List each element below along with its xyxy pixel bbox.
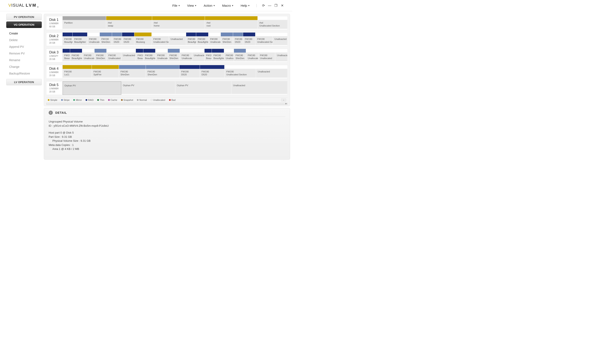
disk-segment[interactable]: Unalloacted <box>256 65 288 79</box>
disk-segment[interactable]: FW190D520 <box>233 32 243 46</box>
sidebar-item-backup-restore[interactable]: Backup/Restore <box>6 70 42 77</box>
legend-item-mirror: Mirror <box>73 99 82 101</box>
disk-segment[interactable]: rhelroot <box>205 16 258 30</box>
window-controls: ⟳ — ❐ ✕ <box>256 4 284 7</box>
segment-color-band <box>243 32 255 36</box>
disk-segment[interactable]: Partition <box>63 16 106 30</box>
segment-color-band <box>200 65 225 69</box>
segment-color-band <box>63 32 72 36</box>
segment-color-band <box>122 32 134 36</box>
disk-segment[interactable]: FW190ShinDen <box>95 49 107 62</box>
disk-segment[interactable]: FW190Beaufighter <box>204 49 212 62</box>
disk-segment[interactable]: FW190ShenDen <box>146 65 180 79</box>
disk-segment[interactable]: Unalloacted <box>231 81 288 95</box>
disk-segment[interactable]: Orphan PV <box>63 81 121 95</box>
disk-segment[interactable]: Unalloacted <box>169 32 186 46</box>
disk-label[interactable]: Disk 2LVM/MBR20 GB <box>46 32 63 46</box>
top-bar: VISUALLVM® File▼View▼Action▼Macro▼Help▼ … <box>0 0 292 11</box>
sidebar-item-change[interactable]: Change <box>6 63 42 70</box>
disk-segment[interactable]: FW190ShinDen <box>119 65 146 79</box>
disk-segment[interactable]: Unalloacted <box>121 49 136 62</box>
disk-segment[interactable]: FW190Unallocated <box>87 32 100 46</box>
disk-segment[interactable]: FW190Beaufighter <box>196 32 209 46</box>
disk-segment[interactable]: FW190Beaufighter <box>212 49 224 62</box>
disk-segment[interactable]: FW190D520 <box>122 32 134 46</box>
segment-color-band <box>212 49 224 53</box>
sidebar-item-remove-pv[interactable]: Remove PV <box>6 50 42 57</box>
disk-segment[interactable]: FW190Beaufighter <box>70 49 82 62</box>
segment-color-band <box>107 49 121 53</box>
disk-segment[interactable]: rhelswap <box>106 16 152 30</box>
minimize-icon[interactable]: — <box>268 4 271 7</box>
disk-segment[interactable]: FW190ShinDen <box>221 32 233 46</box>
disk-segment[interactable]: FW190D520 <box>243 32 255 46</box>
menu-file[interactable]: File▼ <box>172 4 180 7</box>
disk-segment[interactable]: FW190SpitFire <box>92 65 119 79</box>
disk-segment[interactable]: rhelUnallocated Section <box>258 16 288 30</box>
disk-label[interactable]: Disk 1LVM/MBR60 GB <box>46 16 63 30</box>
detail-line: Meta data Copies : 1 <box>49 143 285 147</box>
segment-color-band <box>196 32 208 36</box>
disk-segment[interactable]: FW190Mustang <box>134 32 152 46</box>
sidebar-item-append-pv[interactable]: Append PV <box>6 43 42 50</box>
disk-label[interactable]: Disk 4LVM/MBR20 GB <box>46 65 63 79</box>
disk-segment[interactable]: Unalloacted <box>273 32 288 46</box>
disk-segment[interactable]: FW190Beaufighter <box>186 32 196 46</box>
disk-segment[interactable]: FW190Unallocated <box>258 49 275 62</box>
disk-segment[interactable]: Orphan PV <box>121 81 175 95</box>
menu-action[interactable]: Action▼ <box>204 4 215 7</box>
disk-segment[interactable]: FW190ShinDen <box>100 32 112 46</box>
disk-segment[interactable]: FW190Unallocated <box>246 49 258 62</box>
disk-segment[interactable]: FW190D520 <box>180 65 200 79</box>
segment-color-band <box>92 65 119 69</box>
disk-segment[interactable]: Unalloacted <box>192 49 204 62</box>
disk-segment[interactable]: FW190D520 <box>112 32 122 46</box>
sidebar-item-delete[interactable]: Delete <box>6 37 42 43</box>
sidebar-item-rename[interactable]: Rename <box>6 57 42 63</box>
sidebar-item-create[interactable]: Create <box>6 30 42 37</box>
disk-segment[interactable]: FW190Beaufighter <box>136 49 143 62</box>
disk-segment[interactable]: rhelhome <box>152 16 205 30</box>
disk-row: Disk 2LVM/MBR20 GBFW190BeaufighterFW190B… <box>46 32 288 46</box>
menu-help[interactable]: Help▼ <box>240 4 250 7</box>
sidebar-section-lv-operation[interactable]: LV OPERATION <box>6 79 42 85</box>
sidebar-section-pv-operation[interactable]: PV OPERATION <box>6 14 42 20</box>
legend-collapse-button[interactable]: « <box>281 99 286 101</box>
maximize-icon[interactable]: ❐ <box>274 4 278 7</box>
segment-color-band <box>225 65 256 69</box>
disk-segment[interactable]: FW190ShinDen <box>168 49 180 62</box>
disk-segment[interactable]: FW190Unallocated Section <box>152 32 169 46</box>
disk-label[interactable]: Disk 5LVM/MBR20 GB <box>46 81 63 95</box>
sidebar-section-vg-operation[interactable]: VG OPERATION <box>6 21 42 28</box>
legend: SimpleStripeMirrorRAIDThinCacheSnapshotN… <box>46 98 288 102</box>
disk-segment[interactable]: FW190La11 <box>63 65 92 79</box>
disk-segment[interactable]: FW190Unallocated <box>180 49 192 62</box>
disk-segment[interactable]: FW190Unallocated <box>209 32 221 46</box>
disk-segment[interactable]: FW190ShinDen <box>234 49 246 62</box>
disk-segment[interactable]: FW190Beaufighter <box>143 49 156 62</box>
disk-segment[interactable]: FW190Unallocated <box>82 49 95 62</box>
disk-segment[interactable]: Orphan PV <box>175 81 231 95</box>
segment-color-band <box>233 32 243 36</box>
disk-segment[interactable]: FW190Unallocated <box>107 49 121 62</box>
disk-segment[interactable]: FW190Unallocated Section <box>255 32 273 46</box>
menu-macro[interactable]: Macro▼ <box>222 4 234 7</box>
segment-color-band <box>152 16 205 20</box>
disk-segment[interactable]: FW190Beaufighter <box>63 49 70 62</box>
disk-segment[interactable]: FW190Unallocated <box>224 49 234 62</box>
horizontal-scrollbar[interactable] <box>46 103 288 105</box>
segment-color-band <box>143 49 155 53</box>
close-icon[interactable]: ✕ <box>280 4 284 7</box>
disk-segment[interactable]: FW190Beaufighter <box>73 32 87 46</box>
disk-segment[interactable]: FW190Unallocated Section <box>225 65 256 79</box>
segment-color-band <box>155 49 168 53</box>
refresh-icon[interactable]: ⟳ <box>262 4 265 7</box>
disk-segment[interactable]: FW190Beaufighter <box>63 32 73 46</box>
disk-segment[interactable]: FW190D520 <box>200 65 225 79</box>
disk-segment[interactable]: Unalloacted <box>275 49 288 62</box>
legend-item-normal: Normal <box>137 99 147 101</box>
disk-segment[interactable]: FW190Unallocated <box>155 49 168 62</box>
disk-label[interactable]: Disk 3LVM/GPT20 GB <box>46 49 63 62</box>
menu-view[interactable]: View▼ <box>187 4 197 7</box>
segment-color-band <box>192 49 204 53</box>
